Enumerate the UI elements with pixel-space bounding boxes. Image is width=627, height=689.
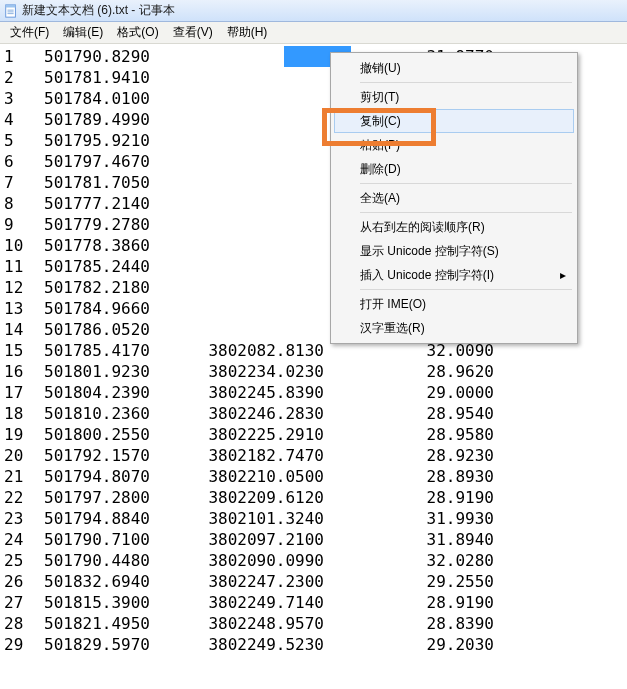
ctx-sep bbox=[360, 212, 572, 213]
text-row: 29501829.59703802249.523029.2030 bbox=[4, 634, 627, 655]
menu-format[interactable]: 格式(O) bbox=[111, 22, 166, 43]
ctx-insert-unicode-label: 插入 Unicode 控制字符(I) bbox=[360, 267, 494, 284]
context-menu: 撤销(U) 剪切(T) 复制(C) 粘贴(P) 删除(D) 全选(A) 从右到左… bbox=[330, 52, 578, 344]
ctx-sep bbox=[360, 183, 572, 184]
notepad-icon bbox=[4, 4, 18, 18]
ctx-paste[interactable]: 粘贴(P) bbox=[334, 133, 574, 157]
text-row: 18501810.23603802246.283028.9540 bbox=[4, 403, 627, 424]
text-row: 19501800.25503802225.291028.9580 bbox=[4, 424, 627, 445]
ctx-show-unicode[interactable]: 显示 Unicode 控制字符(S) bbox=[334, 239, 574, 263]
text-row: 28501821.49503802248.957028.8390 bbox=[4, 613, 627, 634]
submenu-arrow-icon: ▸ bbox=[560, 268, 566, 282]
ctx-sep bbox=[360, 82, 572, 83]
menu-help[interactable]: 帮助(H) bbox=[221, 22, 276, 43]
ctx-rtl[interactable]: 从右到左的阅读顺序(R) bbox=[334, 215, 574, 239]
text-row: 17501804.23903802245.839029.0000 bbox=[4, 382, 627, 403]
menu-view[interactable]: 查看(V) bbox=[167, 22, 221, 43]
window-title: 新建文本文档 (6).txt - 记事本 bbox=[22, 2, 175, 19]
text-row: 20501792.15703802182.747028.9230 bbox=[4, 445, 627, 466]
text-row: 23501794.88403802101.324031.9930 bbox=[4, 508, 627, 529]
ctx-reconvert[interactable]: 汉字重选(R) bbox=[334, 316, 574, 340]
ctx-delete[interactable]: 删除(D) bbox=[334, 157, 574, 181]
ctx-copy[interactable]: 复制(C) bbox=[334, 109, 574, 133]
ctx-undo[interactable]: 撤销(U) bbox=[334, 56, 574, 80]
ctx-cut[interactable]: 剪切(T) bbox=[334, 85, 574, 109]
menu-file[interactable]: 文件(F) bbox=[4, 22, 57, 43]
text-row: 22501797.28003802209.612028.9190 bbox=[4, 487, 627, 508]
menubar: 文件(F) 编辑(E) 格式(O) 查看(V) 帮助(H) bbox=[0, 22, 627, 44]
text-row: 16501801.92303802234.023028.9620 bbox=[4, 361, 627, 382]
menu-edit[interactable]: 编辑(E) bbox=[57, 22, 111, 43]
titlebar: 新建文本文档 (6).txt - 记事本 bbox=[0, 0, 627, 22]
svg-rect-1 bbox=[6, 4, 16, 7]
ctx-open-ime[interactable]: 打开 IME(O) bbox=[334, 292, 574, 316]
text-row: 25501790.44803802090.099032.0280 bbox=[4, 550, 627, 571]
ctx-sep bbox=[360, 289, 572, 290]
ctx-selectall[interactable]: 全选(A) bbox=[334, 186, 574, 210]
text-row: 26501832.69403802247.230029.2550 bbox=[4, 571, 627, 592]
text-row: 24501790.71003802097.210031.8940 bbox=[4, 529, 627, 550]
text-row: 21501794.80703802210.050028.8930 bbox=[4, 466, 627, 487]
text-row: 27501815.39003802249.714028.9190 bbox=[4, 592, 627, 613]
ctx-insert-unicode[interactable]: 插入 Unicode 控制字符(I)▸ bbox=[334, 263, 574, 287]
